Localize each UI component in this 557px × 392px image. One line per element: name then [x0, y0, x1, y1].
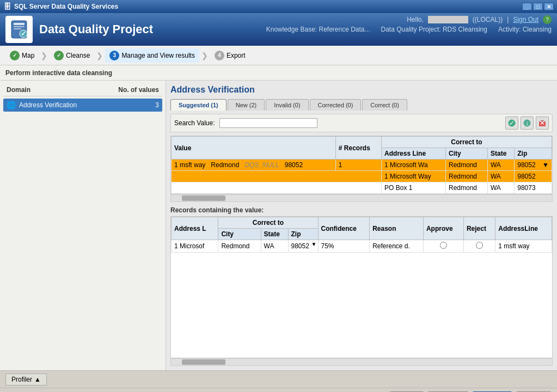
svg-text:✕: ✕ — [540, 119, 545, 127]
step-manage-label: Manage and View results — [121, 52, 195, 59]
footer: Close ◄ Back Next ► Finish — [0, 388, 557, 392]
app-title: Data Quality Project — [39, 22, 153, 36]
step-manage[interactable]: 3 Manage and View results — [105, 48, 199, 63]
sidebar: Domain No. of values 🌐 Address Verificat… — [0, 81, 166, 370]
maximize-button[interactable]: □ — [533, 3, 543, 10]
sidebar-col-domain: Domain — [7, 86, 30, 94]
cell-zip[interactable]: 98052 ▼ — [515, 160, 552, 171]
svg-rect-2 — [14, 26, 25, 27]
hello-text: Hello, — [407, 16, 424, 23]
tab-correct[interactable]: Correct (0) — [362, 99, 407, 111]
tab-invalid[interactable]: Invalid (0) — [266, 99, 308, 111]
reject-icon-btn[interactable]: ↓ — [521, 117, 534, 130]
separator: | — [507, 16, 509, 23]
dropdown-zip-2: 98073 — [515, 182, 552, 194]
top-table: Value # Records Correct to Address Line … — [171, 136, 552, 194]
dropdown-zip-1: 98052 — [515, 171, 552, 182]
col-confidence: Confidence — [318, 217, 370, 240]
col-value: Value — [172, 137, 336, 160]
search-bar: Search Value: ✓ ↓ ✕ — [170, 114, 553, 132]
table-row[interactable]: 1 msft way Redmond DQS_NULL 98052 1 1 Mi… — [172, 160, 552, 171]
window-title: SQL Server Data Quality Services — [14, 3, 118, 10]
title-bar: 🗄 SQL Server Data Quality Services _ □ ✕ — [0, 0, 557, 13]
dropdown-row-2[interactable]: PO Box 1 Redmond WA 98073 — [172, 182, 552, 194]
col-state: State — [487, 148, 514, 160]
record-city: Redmond — [218, 240, 261, 253]
records-title: Records containing the value: — [170, 206, 553, 214]
app-icon: 🗄 — [3, 2, 11, 11]
col-state-sub: State — [261, 229, 288, 240]
dropdown-row-1[interactable]: 1 Microsoft Way Redmond WA 98052 — [172, 171, 552, 182]
record-address: 1 Microsof — [172, 240, 218, 253]
main-content: Domain No. of values 🌐 Address Verificat… — [0, 81, 557, 370]
zip-dropdown-arrow[interactable]: ▼ — [311, 241, 317, 247]
record-reject-cell[interactable] — [463, 240, 495, 253]
cell-city: Redmond — [446, 160, 488, 171]
app-header: ✓ Data Quality Project Hello, REDACTED (… — [0, 13, 557, 46]
step-export-label: Export — [227, 52, 246, 59]
dropdown-city-1: Redmond — [446, 171, 488, 182]
col-address: Address L — [172, 217, 218, 240]
record-approve-radio[interactable] — [440, 242, 447, 249]
sidebar-col-values: No. of values — [118, 86, 159, 94]
search-input[interactable] — [219, 118, 317, 128]
null-text: DQS_NULL — [244, 161, 279, 169]
step-cleanse[interactable]: ✓ Cleanse — [50, 48, 94, 63]
cell-address-line: 1 Microsoft Wa — [382, 160, 446, 171]
help-icon[interactable]: ? — [543, 15, 552, 24]
record-reject-radio[interactable] — [476, 242, 483, 249]
step-export[interactable]: 4 Export — [210, 48, 250, 63]
sign-out-link[interactable]: Sign Out — [513, 16, 538, 23]
step-arrow-3: ❯ — [201, 51, 208, 60]
minimize-button[interactable]: _ — [522, 3, 532, 10]
record-approve-cell[interactable] — [423, 240, 463, 253]
step-map-circle: ✓ — [10, 51, 20, 60]
svg-text:✓: ✓ — [509, 119, 515, 127]
username: REDACTED — [428, 16, 468, 23]
panel-title: Address Verification — [170, 85, 553, 95]
svg-text:↓: ↓ — [525, 119, 529, 127]
bottom-table-container: Address L Correct to Confidence Reason A… — [170, 216, 553, 358]
sidebar-item-address-verification[interactable]: 🌐 Address Verification 3 — [3, 99, 162, 112]
project-breadcrumb: Data Quality Project: RDS Cleansing — [381, 26, 487, 33]
col-zip-sub: Zip — [288, 229, 318, 240]
dropdown-spacer-2 — [172, 182, 382, 194]
steps-bar: ✓ Map ❯ ✓ Cleanse ❯ 3 Manage and View re… — [0, 46, 557, 65]
sidebar-item-count: 3 — [155, 101, 159, 109]
cell-records: 1 — [335, 160, 381, 171]
record-row[interactable]: 1 Microsof Redmond WA 98052 ▼ 75% Refere… — [172, 240, 552, 253]
delete-icon-btn[interactable]: ✕ — [536, 117, 549, 130]
right-panel: Address Verification Suggested (1) New (… — [166, 81, 557, 370]
cell-value: 1 msft way Redmond DQS_NULL 98052 — [172, 160, 336, 171]
step-cleanse-label: Cleanse — [66, 52, 90, 59]
server-text: ((LOCAL)) — [473, 16, 503, 23]
bottom-bar: Profiler ▲ — [0, 370, 557, 388]
tab-corrected[interactable]: Corrected (0) — [310, 99, 362, 111]
col-city: City — [446, 148, 488, 160]
col-records: # Records — [335, 137, 381, 160]
tab-suggested[interactable]: Suggested (1) — [170, 99, 227, 111]
cell-state: WA — [487, 160, 514, 171]
profiler-button[interactable]: Profiler ▲ — [5, 373, 47, 385]
sidebar-item-label: Address Verification — [19, 101, 77, 109]
close-button[interactable]: ✕ — [544, 3, 554, 10]
profiler-arrow-icon: ▲ — [34, 376, 41, 383]
user-bar: Hello, REDACTED ((LOCAL)) | Sign Out ? — [407, 15, 552, 24]
domain-icon: 🌐 — [7, 101, 16, 109]
record-addressline: 1 msft way — [495, 240, 552, 253]
step-arrow-1: ❯ — [41, 51, 47, 60]
col-city-sub: City — [218, 229, 261, 240]
records-section: Records containing the value: Address L … — [170, 206, 553, 366]
bottom-table-scrollbar[interactable] — [170, 358, 553, 366]
step-map[interactable]: ✓ Map — [5, 48, 39, 63]
tabs: Suggested (1) New (2) Invalid (0) Correc… — [170, 99, 553, 111]
tab-new[interactable]: New (2) — [228, 99, 265, 111]
dropdown-arrow-icon: ▼ — [542, 161, 549, 169]
col-reason: Reason — [370, 217, 424, 240]
svg-rect-1 — [14, 23, 25, 25]
approve-icon-btn[interactable]: ✓ — [505, 117, 518, 130]
svg-text:✓: ✓ — [21, 30, 26, 38]
top-table-scrollbar[interactable] — [170, 194, 553, 202]
activity-breadcrumb: Activity: Cleansing — [498, 26, 552, 33]
dropdown-address-2: PO Box 1 — [382, 182, 446, 194]
